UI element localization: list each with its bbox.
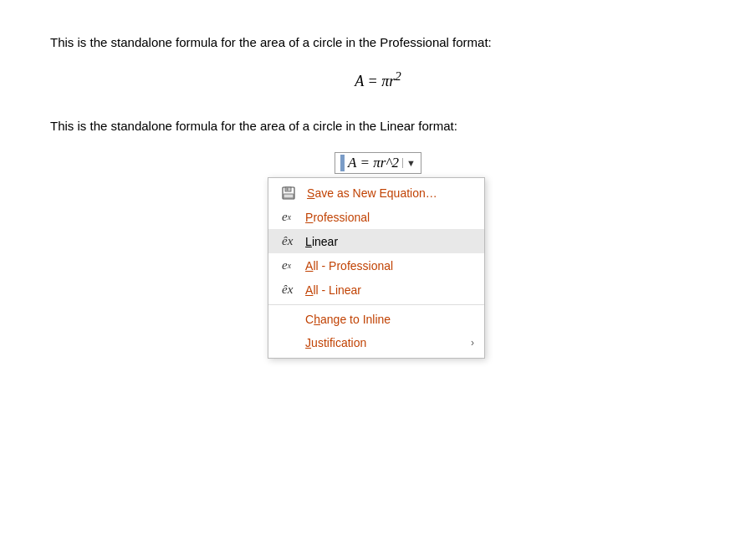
menu-label-save-new: Save as New Equation… xyxy=(307,186,437,200)
menu-divider-1 xyxy=(268,304,484,305)
menu-label-all-professional: All - Professional xyxy=(305,259,393,273)
submenu-chevron-icon: › xyxy=(471,337,474,349)
menu-label-justification: Justification xyxy=(305,336,366,349)
formula-professional: A = πr2 xyxy=(50,69,706,90)
floppy-disk-icon xyxy=(282,186,305,200)
equation-box[interactable]: A = πr^2 ▼ xyxy=(335,152,421,174)
svg-rect-2 xyxy=(287,188,289,191)
formula-professional-text: A = πr2 xyxy=(355,73,401,89)
menu-item-all-linear[interactable]: êx All - Linear xyxy=(268,278,484,302)
paragraph-1: This is the standalone formula for the a… xyxy=(50,33,706,53)
ex-icon-all-linear: êx xyxy=(282,283,305,297)
intro-text-1: This is the standalone formula for the a… xyxy=(50,35,492,49)
context-menu: Save as New Equation… ex Professional êx… xyxy=(268,177,485,359)
equation-text: A = πr^2 xyxy=(348,155,399,171)
menu-label-all-linear: All - Linear xyxy=(305,283,361,297)
ex-icon-linear: êx xyxy=(282,234,305,248)
equation-left-handle xyxy=(340,155,345,171)
menu-item-professional[interactable]: ex Professional xyxy=(268,205,484,229)
formula-linear-container: A = πr^2 ▼ Save as New Equation… xyxy=(50,152,706,174)
menu-label-change-inline: Change to Inline xyxy=(305,313,391,326)
menu-item-justification[interactable]: Justification › xyxy=(268,331,484,354)
menu-item-change-inline[interactable]: Change to Inline xyxy=(268,308,484,331)
menu-item-save-new[interactable]: Save as New Equation… xyxy=(268,181,484,205)
intro-text-2: This is the standalone formula for the a… xyxy=(50,119,457,133)
svg-rect-3 xyxy=(284,194,294,198)
menu-label-linear: Linear xyxy=(305,235,338,248)
equation-dropdown-arrow[interactable]: ▼ xyxy=(402,158,416,168)
menu-item-linear[interactable]: êx Linear xyxy=(268,229,484,253)
menu-item-all-professional[interactable]: ex All - Professional xyxy=(268,253,484,278)
paragraph-2: This is the standalone formula for the a… xyxy=(50,117,706,136)
menu-label-professional: Professional xyxy=(305,211,370,224)
ex-icon-all-professional: ex xyxy=(282,258,305,273)
ex-icon-professional: ex xyxy=(282,210,305,224)
